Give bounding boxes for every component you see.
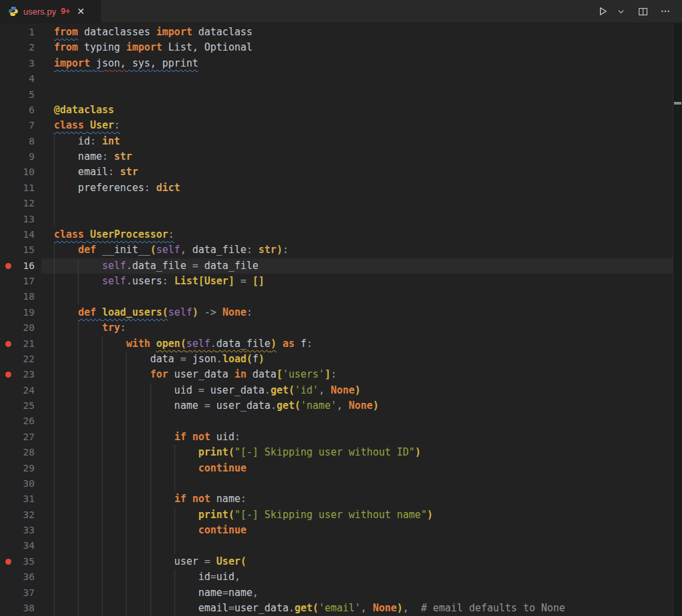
code-text[interactable]: preferences: dict <box>41 180 682 196</box>
breakpoint-gutter[interactable] <box>0 383 16 398</box>
code-line[interactable]: 8 id: int <box>0 134 682 149</box>
code-line[interactable]: 37 name=name, <box>0 585 682 601</box>
code-line[interactable]: 16 self.data_file = data_file <box>0 258 682 274</box>
code-text[interactable]: @dataclass <box>41 103 682 118</box>
code-text[interactable]: if not name: <box>41 491 682 507</box>
code-text[interactable]: data = json.load(f) <box>41 352 682 367</box>
code-text[interactable]: import json, sys, pprint <box>41 56 682 71</box>
code-text[interactable]: uid = user_data.get('id', None) <box>41 383 682 398</box>
breakpoint-gutter[interactable] <box>0 414 16 429</box>
code-text[interactable]: self.data_file = data_file <box>41 258 682 274</box>
code-text[interactable]: continue <box>41 523 682 538</box>
code-text[interactable]: self.users: List[User] = [] <box>41 274 682 289</box>
code-text[interactable]: from typing import List, Optional <box>41 40 682 55</box>
code-line[interactable]: 33 continue <box>0 523 682 538</box>
code-line[interactable]: 3import json, sys, pprint <box>0 56 682 71</box>
breakpoint-gutter[interactable] <box>0 398 16 414</box>
code-line[interactable]: 38 email=user_data.get('email', None), #… <box>0 601 682 616</box>
code-text[interactable]: continue <box>41 461 682 476</box>
breakpoint-gutter[interactable] <box>0 305 16 320</box>
code-line[interactable]: 2from typing import List, Optional <box>0 40 682 55</box>
breakpoint-gutter[interactable] <box>0 491 16 507</box>
code-line[interactable]: 27 if not uid: <box>0 430 682 445</box>
breakpoint-gutter[interactable] <box>0 507 16 523</box>
code-text[interactable]: if not uid: <box>41 430 682 445</box>
code-line[interactable]: 11 preferences: dict <box>0 180 682 196</box>
breakpoint-gutter[interactable] <box>0 71 16 87</box>
more-actions-icon[interactable] <box>658 4 673 19</box>
code-line[interactable]: 7class User: <box>0 118 682 133</box>
code-line[interactable]: 21 with open(self.data_file) as f: <box>0 336 682 352</box>
breakpoint-gutter[interactable] <box>0 274 16 289</box>
code-line[interactable]: 15 def __init__(self, data_file: str): <box>0 242 682 258</box>
code-line[interactable]: 30 <box>0 476 682 491</box>
split-editor-icon[interactable] <box>636 5 650 19</box>
breakpoint-icon[interactable] <box>5 341 11 347</box>
code-text[interactable]: def __init__(self, data_file: str): <box>41 242 682 258</box>
code-line[interactable]: 24 uid = user_data.get('id', None) <box>0 383 682 398</box>
code-line[interactable]: 29 continue <box>0 461 682 476</box>
code-line[interactable]: 12 <box>0 196 682 211</box>
code-text[interactable]: print("[-] Skipping user without name") <box>41 507 682 523</box>
breakpoint-icon[interactable] <box>5 559 11 565</box>
code-text[interactable]: class UserProcessor: <box>41 227 682 242</box>
code-line[interactable]: 36 id=uid, <box>0 569 682 585</box>
breakpoint-gutter[interactable] <box>0 523 16 538</box>
code-line[interactable]: 13 <box>0 212 682 227</box>
code-text[interactable]: id: int <box>41 134 682 149</box>
breakpoint-gutter[interactable] <box>0 554 16 569</box>
code-line[interactable]: 6@dataclass <box>0 103 682 118</box>
breakpoint-gutter[interactable] <box>0 367 16 382</box>
chevron-down-icon[interactable] <box>615 6 627 17</box>
code-line[interactable]: 25 name = user_data.get('name', None) <box>0 398 682 414</box>
breakpoint-gutter[interactable] <box>0 25 16 40</box>
breakpoint-icon[interactable] <box>5 263 11 269</box>
tab-users-py[interactable]: users.py 9+ ✕ <box>0 0 101 23</box>
code-line[interactable]: 4 <box>0 71 682 87</box>
code-text[interactable]: name = user_data.get('name', None) <box>41 398 682 414</box>
code-line[interactable]: 31 if not name: <box>0 491 682 507</box>
breakpoint-gutter[interactable] <box>0 242 16 258</box>
breakpoint-gutter[interactable] <box>0 289 16 304</box>
breakpoint-gutter[interactable] <box>0 134 16 149</box>
run-icon[interactable] <box>595 4 610 19</box>
code-text[interactable]: for user_data in data['users']: <box>41 367 682 382</box>
breakpoint-gutter[interactable] <box>0 118 16 133</box>
code-line[interactable]: 32 print("[-] Skipping user without name… <box>0 507 682 523</box>
code-text[interactable]: with open(self.data_file) as f: <box>41 336 682 352</box>
breakpoint-gutter[interactable] <box>0 445 16 460</box>
code-line[interactable]: 34 <box>0 538 682 553</box>
code-line[interactable]: 18 <box>0 289 682 304</box>
code-text[interactable]: email=user_data.get('email', None), # em… <box>41 601 682 616</box>
code-text[interactable]: email: str <box>41 164 682 180</box>
code-text[interactable]: print("[-] Skipping user without ID") <box>41 445 682 460</box>
code-text[interactable] <box>41 476 682 491</box>
code-line[interactable]: 9 name: str <box>0 149 682 164</box>
breakpoint-gutter[interactable] <box>0 212 16 227</box>
code-text[interactable] <box>41 87 682 103</box>
breakpoint-gutter[interactable] <box>0 336 16 352</box>
code-text[interactable] <box>41 196 682 211</box>
breakpoint-gutter[interactable] <box>0 196 16 211</box>
code-line[interactable]: 1from dataclasses import dataclass <box>0 25 682 40</box>
breakpoint-gutter[interactable] <box>0 149 16 164</box>
code-text[interactable]: class User: <box>41 118 682 133</box>
code-line[interactable]: 26 <box>0 414 682 429</box>
code-text[interactable]: name: str <box>41 149 682 164</box>
code-text[interactable] <box>41 414 682 429</box>
code-line[interactable]: 17 self.users: List[User] = [] <box>0 274 682 289</box>
code-text[interactable] <box>41 71 682 87</box>
close-icon[interactable]: ✕ <box>77 7 85 16</box>
code-text[interactable] <box>41 212 682 227</box>
breakpoint-gutter[interactable] <box>0 320 16 336</box>
code-editor[interactable]: 1from dataclasses import dataclass2from … <box>0 23 682 616</box>
code-text[interactable]: name=name, <box>41 585 682 601</box>
code-text[interactable]: id=uid, <box>41 569 682 585</box>
breakpoint-gutter[interactable] <box>0 430 16 445</box>
breakpoint-gutter[interactable] <box>0 569 16 585</box>
breakpoint-gutter[interactable] <box>0 258 16 274</box>
breakpoint-gutter[interactable] <box>0 103 16 118</box>
breakpoint-gutter[interactable] <box>0 56 16 71</box>
breakpoint-gutter[interactable] <box>0 461 16 476</box>
code-line[interactable]: 28 print("[-] Skipping user without ID") <box>0 445 682 460</box>
